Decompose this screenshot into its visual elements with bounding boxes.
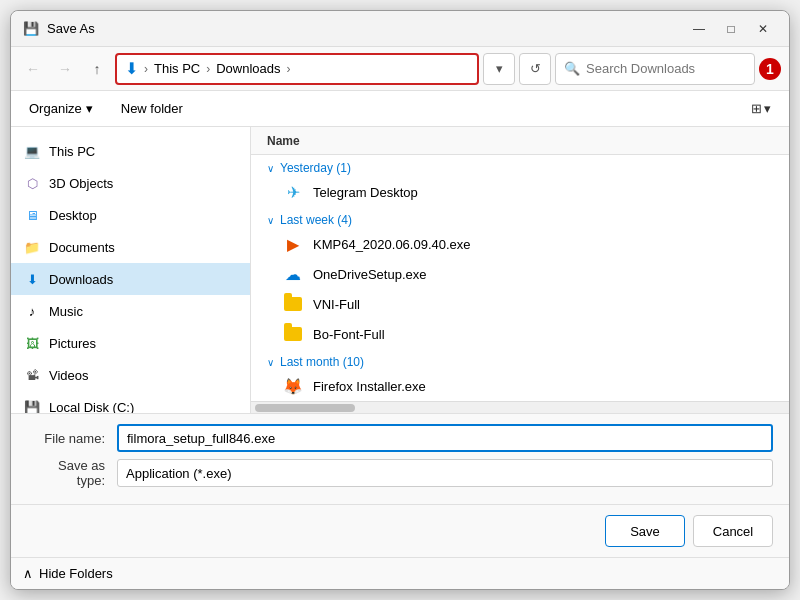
sidebar-item-desktop[interactable]: 🖥 Desktop — [11, 199, 250, 231]
organize-label: Organize — [29, 101, 82, 116]
file-item-vni[interactable]: VNI-Full — [251, 289, 789, 319]
main-content: 💻 This PC ⬡ 3D Objects 🖥 Desktop 📁 Docum… — [11, 127, 789, 413]
vni-name: VNI-Full — [313, 297, 360, 312]
savetype-select[interactable]: Application (*.exe) — [117, 459, 773, 487]
address-dropdown-button[interactable]: ▾ — [483, 53, 515, 85]
sidebar-item-pictures[interactable]: 🖼 Pictures — [11, 327, 250, 359]
documents-icon: 📁 — [23, 238, 41, 256]
sidebar-item-this-pc[interactable]: 💻 This PC — [11, 135, 250, 167]
cancel-button[interactable]: Cancel — [693, 515, 773, 547]
sidebar-label-pictures: Pictures — [49, 336, 96, 351]
downloads-nav-icon: ⬇ — [23, 270, 41, 288]
search-icon: 🔍 — [564, 61, 580, 76]
this-pc-icon: 💻 — [23, 142, 41, 160]
annotation-badge-1: 1 — [759, 58, 781, 80]
savetype-label: Save as type: — [27, 458, 117, 488]
organize-button[interactable]: Organize ▾ — [23, 97, 99, 120]
downloads-icon: ⬇ — [125, 59, 138, 78]
sidebar-label-local-c: Local Disk (C:) — [49, 400, 134, 414]
hide-folders-chevron-icon: ∧ — [23, 566, 33, 581]
view-dropdown-icon: ▾ — [764, 101, 771, 116]
forward-button[interactable]: → — [51, 55, 79, 83]
organize-chevron-icon: ▾ — [86, 101, 93, 116]
refresh-button[interactable]: ↺ — [519, 53, 551, 85]
filename-label: File name: — [27, 431, 117, 446]
sidebar-label-desktop: Desktop — [49, 208, 97, 223]
address-part-downloads: Downloads — [216, 61, 280, 76]
group-last-week[interactable]: ∨ Last week (4) — [251, 207, 789, 229]
title-bar: 💾 Save As — □ ✕ — [11, 11, 789, 47]
file-item-bofont[interactable]: Bo-Font-Full — [251, 319, 789, 349]
telegram-icon: ✈ — [283, 182, 303, 202]
onedrive-name: OneDriveSetup.exe — [313, 267, 426, 282]
file-list: Name ∨ Yesterday (1) ✈ Telegram Desktop … — [251, 127, 789, 401]
sidebar-item-documents[interactable]: 📁 Documents — [11, 231, 250, 263]
group-yesterday-chevron: ∨ — [267, 163, 274, 174]
firefox-icon: 🦊 — [283, 376, 303, 396]
dialog-icon: 💾 — [23, 21, 39, 37]
close-button[interactable]: ✕ — [749, 15, 777, 43]
minimize-button[interactable]: — — [685, 15, 713, 43]
new-folder-button[interactable]: New folder — [115, 97, 189, 120]
group-last-week-label: Last week (4) — [280, 213, 352, 227]
horizontal-scrollbar[interactable] — [251, 401, 789, 413]
filename-row: File name: — [27, 424, 773, 452]
file-item-firefox[interactable]: 🦊 Firefox Installer.exe — [251, 371, 789, 401]
file-item-kmp[interactable]: ▶ KMP64_2020.06.09.40.exe — [251, 229, 789, 259]
group-yesterday-label: Yesterday (1) — [280, 161, 351, 175]
sidebar-label-this-pc: This PC — [49, 144, 95, 159]
search-box[interactable]: 🔍 — [555, 53, 755, 85]
form-section: File name: Save as type: Application (*.… — [11, 413, 789, 504]
kmp-icon: ▶ — [283, 234, 303, 254]
group-last-week-chevron: ∨ — [267, 215, 274, 226]
hide-folders-button[interactable]: ∧ Hide Folders — [23, 566, 113, 581]
file-item-onedrive[interactable]: ☁ OneDriveSetup.exe — [251, 259, 789, 289]
window-controls: — □ ✕ — [685, 15, 777, 43]
sidebar-item-videos[interactable]: 📽 Videos — [11, 359, 250, 391]
search-input[interactable] — [586, 61, 746, 76]
filename-input[interactable] — [117, 424, 773, 452]
telegram-name: Telegram Desktop — [313, 185, 418, 200]
group-last-month-chevron: ∨ — [267, 357, 274, 368]
firefox-name: Firefox Installer.exe — [313, 379, 426, 394]
sidebar-label-downloads: Downloads — [49, 272, 113, 287]
file-list-header: Name — [251, 127, 789, 155]
back-button[interactable]: ← — [19, 55, 47, 83]
h-scroll-thumb[interactable] — [255, 404, 355, 412]
view-options-button[interactable]: ⊞ ▾ — [745, 97, 777, 120]
sidebar-label-documents: Documents — [49, 240, 115, 255]
save-button[interactable]: Save — [605, 515, 685, 547]
group-last-month-label: Last month (10) — [280, 355, 364, 369]
dialog-title: Save As — [47, 21, 95, 36]
maximize-button[interactable]: □ — [717, 15, 745, 43]
toolbar: ← → ↑ ⬇ › This PC › Downloads › ▾ ↺ 🔍 1 — [11, 47, 789, 91]
kmp-name: KMP64_2020.06.09.40.exe — [313, 237, 471, 252]
footer[interactable]: ∧ Hide Folders — [11, 557, 789, 589]
address-part-thispc: This PC — [154, 61, 200, 76]
group-last-month[interactable]: ∨ Last month (10) — [251, 349, 789, 371]
action-bar: Save Cancel — [11, 504, 789, 557]
onedrive-icon: ☁ — [283, 264, 303, 284]
view-grid-icon: ⊞ — [751, 101, 762, 116]
file-item-telegram[interactable]: ✈ Telegram Desktop — [251, 177, 789, 207]
local-c-icon: 💾 — [23, 398, 41, 413]
name-column-header: Name — [267, 134, 300, 148]
vni-icon — [283, 294, 303, 314]
up-button[interactable]: ↑ — [83, 55, 111, 83]
sidebar-label-videos: Videos — [49, 368, 89, 383]
sidebar-item-local-c[interactable]: 💾 Local Disk (C:) — [11, 391, 250, 413]
bofont-icon — [283, 324, 303, 344]
group-yesterday[interactable]: ∨ Yesterday (1) — [251, 155, 789, 177]
pictures-icon: 🖼 — [23, 334, 41, 352]
desktop-icon: 🖥 — [23, 206, 41, 224]
savetype-row: Save as type: Application (*.exe) — [27, 458, 773, 488]
new-folder-label: New folder — [121, 101, 183, 116]
address-bar[interactable]: ⬇ › This PC › Downloads › — [115, 53, 479, 85]
3d-objects-icon: ⬡ — [23, 174, 41, 192]
hide-folders-label: Hide Folders — [39, 566, 113, 581]
sidebar-item-downloads[interactable]: ⬇ Downloads — [11, 263, 250, 295]
sidebar-label-music: Music — [49, 304, 83, 319]
bofont-name: Bo-Font-Full — [313, 327, 385, 342]
sidebar-item-3d-objects[interactable]: ⬡ 3D Objects — [11, 167, 250, 199]
sidebar-item-music[interactable]: ♪ Music — [11, 295, 250, 327]
